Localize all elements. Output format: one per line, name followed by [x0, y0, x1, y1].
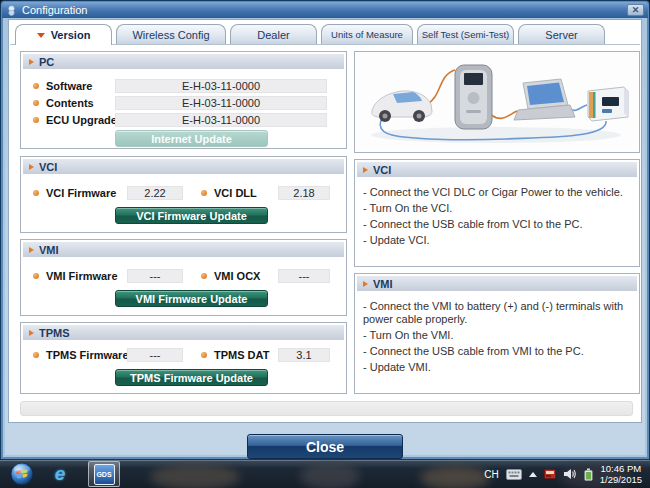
bullet-icon [33, 117, 39, 123]
vmi-info-line: - Update VMI. [363, 361, 633, 374]
app-icon [6, 5, 17, 16]
pc-panel-title: PC [39, 56, 54, 68]
section-arrow-icon [29, 59, 34, 65]
tpms-firmware-row: TPMS Firmware [33, 348, 129, 362]
vmi-ocx-row: VMI OCX [201, 269, 260, 283]
taskbar-clock[interactable]: 10:46 PM 1/29/2015 [600, 463, 642, 485]
field-label: TPMS DAT [214, 349, 269, 361]
tabstrip: Version Wireless Config Dealer Units of … [15, 24, 605, 45]
tpms-firmware-value: --- [127, 348, 183, 362]
tpms-panel: TPMS TPMS Firmware --- TPMS DAT 3.1 TPMS… [20, 322, 347, 394]
software-version-value: E-H-03-11-0000 [115, 79, 327, 93]
field-label: Software [46, 80, 92, 92]
vci-firmware-update-button[interactable]: VCI Firmware Update [115, 207, 268, 224]
tab-label: Self Test (Semi-Test) [422, 29, 509, 40]
vmi-info-line: - Connect the USB cable from VMI to the … [363, 345, 633, 358]
configuration-window: Configuration ✕ Version Wireless Config … [0, 0, 650, 460]
vci-info-line: - Connect the USB cable from VCI to the … [363, 218, 633, 231]
tab-server[interactable]: Server [518, 24, 605, 44]
pc-row-contents: Contents [33, 96, 94, 110]
close-icon[interactable]: ✕ [627, 4, 644, 16]
vci-info-line: - Connect the VCI DLC or Cigar Power to … [363, 186, 633, 199]
pc-panel-header: PC [23, 54, 344, 69]
vmi-firmware-value: --- [127, 269, 183, 283]
vmi-ocx-value: --- [278, 269, 330, 283]
connection-diagram-panel [354, 51, 640, 153]
speaker-icon[interactable] [563, 468, 577, 480]
bullet-icon [201, 273, 207, 279]
bullet-icon [201, 190, 207, 196]
keyboard-icon[interactable] [506, 469, 522, 480]
tab-label: Units of Measure [331, 29, 403, 40]
vci-dll-value: 2.18 [278, 186, 330, 200]
bullet-icon [33, 273, 39, 279]
vci-panel-title: VCI [39, 161, 57, 173]
vmi-info-line: - Connect the VMI to battery (+) and (-)… [363, 300, 633, 326]
section-arrow-icon [29, 330, 34, 336]
pc-row-software: Software [33, 79, 92, 93]
vmi-info-line: - Turn On the VMI. [363, 329, 633, 342]
bullet-icon [33, 100, 39, 106]
internet-update-button[interactable]: Internet Update [115, 130, 268, 147]
security-app-icon[interactable] [544, 468, 556, 480]
language-indicator[interactable]: CH [484, 469, 498, 480]
vci-panel-header: VCI [23, 159, 344, 174]
pc-row-ecu-upgrade: ECU Upgrade [33, 113, 117, 127]
connection-diagram-image [356, 53, 638, 151]
section-arrow-icon [29, 164, 34, 170]
vmi-info-panel: VMI - Connect the VMI to battery (+) and… [354, 273, 640, 394]
gds-taskbar-button[interactable]: GDS [88, 461, 120, 487]
section-arrow-icon [363, 167, 368, 173]
vmi-info-lines: - Connect the VMI to battery (+) and (-)… [363, 297, 633, 377]
vci-info-line: - Turn On the VCI. [363, 202, 633, 215]
section-arrow-icon [29, 247, 34, 253]
tab-units-of-measure[interactable]: Units of Measure [321, 24, 413, 44]
status-bar [20, 401, 633, 416]
bullet-icon [201, 352, 207, 358]
vmi-panel-title: VMI [39, 244, 59, 256]
vmi-panel: VMI VMI Firmware --- VMI OCX --- VMI Fir… [20, 239, 347, 316]
tpms-panel-title: TPMS [39, 327, 70, 339]
vci-firmware-row: VCI Firmware [33, 186, 116, 200]
system-tray: CH [484, 463, 646, 485]
vci-firmware-value: 2.22 [127, 186, 183, 200]
tpms-dat-value: 3.1 [278, 348, 330, 362]
internet-explorer-icon[interactable]: e [48, 462, 72, 486]
start-button[interactable] [10, 462, 34, 486]
show-hidden-icons-icon[interactable] [529, 472, 537, 477]
tpms-dat-row: TPMS DAT [201, 348, 269, 362]
tab-version[interactable]: Version [15, 24, 112, 45]
field-label: Contents [46, 97, 94, 109]
ecu-upgrade-version-value: E-H-03-11-0000 [115, 113, 327, 127]
clock-date: 1/29/2015 [600, 474, 642, 485]
tab-label: Wireless Config [132, 29, 209, 41]
field-label: VCI DLL [214, 187, 257, 199]
tab-dealer[interactable]: Dealer [230, 24, 317, 44]
tpms-panel-header: TPMS [23, 325, 344, 340]
gds-app-icon: GDS [94, 464, 115, 485]
tpms-firmware-update-button[interactable]: TPMS Firmware Update [115, 369, 268, 386]
contents-version-value: E-H-03-11-0000 [115, 96, 327, 110]
vci-info-header: VCI [357, 162, 637, 177]
vmi-info-title: VMI [373, 278, 393, 290]
field-label: TPMS Firmware [46, 349, 129, 361]
active-tab-marker-icon [37, 33, 45, 38]
bullet-icon [33, 190, 39, 196]
tab-wireless-config[interactable]: Wireless Config [116, 24, 226, 44]
vci-dll-row: VCI DLL [201, 186, 257, 200]
vmi-firmware-row: VMI Firmware [33, 269, 118, 283]
vmi-panel-header: VMI [23, 242, 344, 257]
section-arrow-icon [363, 281, 368, 287]
vmi-firmware-update-button[interactable]: VMI Firmware Update [115, 290, 268, 307]
window-title: Configuration [22, 4, 87, 16]
titlebar[interactable]: Configuration ✕ [2, 2, 648, 18]
pc-panel: PC Software E-H-03-11-0000 Contents E-H-… [20, 51, 347, 149]
vci-info-line: - Update VCI. [363, 234, 633, 247]
vci-info-panel: VCI - Connect the VCI DLC or Cigar Power… [354, 159, 640, 267]
vci-panel: VCI VCI Firmware 2.22 VCI DLL 2.18 VCI F… [20, 156, 347, 233]
close-button[interactable]: Close [247, 434, 403, 459]
battery-icon[interactable] [584, 468, 593, 481]
field-label: ECU Upgrade [46, 114, 117, 126]
tab-self-test[interactable]: Self Test (Semi-Test) [417, 24, 514, 44]
main-content: Version Wireless Config Dealer Units of … [8, 19, 642, 423]
